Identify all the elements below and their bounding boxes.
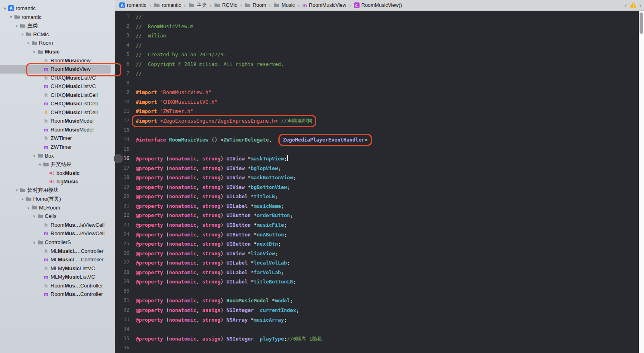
sidebar-item-roommusicview-m[interactable]: mRoomMusicView: [0, 65, 115, 74]
code-line-33[interactable]: 33@property (nonatomic, strong) NSArray …: [115, 315, 639, 325]
chevron-down-icon[interactable]: ∨: [37, 162, 43, 166]
line-number[interactable]: 7: [115, 69, 129, 78]
breadcrumb-item-rcmic[interactable]: RCMic: [214, 2, 237, 8]
line-number[interactable]: 17: [115, 164, 129, 173]
code-line-15[interactable]: 15: [115, 145, 639, 154]
chevron-down-icon[interactable]: ∨: [14, 188, 19, 192]
line-number[interactable]: 25: [115, 239, 129, 249]
line-number[interactable]: 9: [115, 88, 129, 97]
line-number[interactable]: 23: [115, 220, 129, 230]
line-number[interactable]: 16: [115, 154, 129, 164]
sidebar-item-chxqmusiclistvc-h[interactable]: hCHXQMusicListVC: [0, 73, 115, 82]
code-line-16[interactable]: 16@property (nonatomic, strong) UIView *…: [115, 154, 639, 164]
code-line-8[interactable]: 8: [115, 78, 639, 88]
code-line-34[interactable]: 34: [115, 324, 639, 334]
line-number[interactable]: 27: [115, 258, 129, 268]
line-number[interactable]: 28: [115, 268, 129, 277]
sidebar-item-chxqmusiclistvc-m[interactable]: mCHXQMusicListVC: [0, 82, 115, 91]
code-line-30[interactable]: 30: [115, 287, 639, 296]
code-line-32[interactable]: 32@property (nonatomic, assign) NSIntege…: [115, 306, 639, 315]
sidebar-item-roommusicmodel-h[interactable]: hRoomMusicModel: [0, 117, 115, 125]
line-number[interactable]: 11: [115, 107, 129, 116]
line-number[interactable]: 30: [115, 287, 129, 296]
breadcrumb-item-romantic[interactable]: Aromantic: [119, 2, 146, 8]
line-number[interactable]: 22: [115, 211, 129, 220]
line-number[interactable]: 2: [115, 22, 129, 31]
code-line-11[interactable]: 11#import "ZWTimer.h": [115, 107, 639, 116]
code-line-19[interactable]: 19@property (nonatomic, strong) UIView *…: [115, 183, 639, 192]
sidebar-item-romantic[interactable]: ∨romantic: [0, 13, 115, 22]
scrollbar-track[interactable]: [639, 11, 644, 353]
line-number[interactable]: 1: [115, 12, 129, 22]
line-number[interactable]: 18: [115, 173, 129, 183]
code-line-21[interactable]: 21@property (nonatomic, strong) UILabel …: [115, 201, 639, 211]
line-number[interactable]: 36: [115, 343, 129, 353]
chevron-down-icon[interactable]: ∨: [20, 197, 25, 201]
code-line-13[interactable]: 13: [115, 126, 639, 135]
code-line-10[interactable]: 10#import "CHXQMusicListVC.h": [115, 97, 639, 107]
sidebar-item-home-首页[interactable]: ∨Home(首页): [0, 195, 115, 203]
line-number[interactable]: 29: [115, 277, 129, 287]
code-line-27[interactable]: 27@property (nonatomic, strong) UILabel …: [115, 258, 639, 268]
sidebar-item-chxqmusiclistcell-h[interactable]: hCHXQMusicListCell: [0, 90, 115, 99]
source-editor[interactable]: 1//2// RoomMusicView.m3// miliao4//5// C…: [115, 11, 639, 353]
sidebar-item-roommus-leviewcell-h[interactable]: hRoomMus…leViewCell: [0, 221, 115, 230]
code-line-22[interactable]: 22@property (nonatomic, strong) UIButton…: [115, 211, 639, 220]
sidebar-item-mlroom[interactable]: ∨MLRoom: [0, 203, 115, 212]
breadcrumb-item-roommusicview[interactable]: CRoomMusicView(): [354, 2, 402, 8]
sidebar-item-rcmic[interactable]: ∨RCMic: [0, 30, 115, 39]
line-number[interactable]: 26: [115, 249, 129, 259]
sidebar-item-roommusicview-h[interactable]: hRoomMusicView: [0, 56, 115, 65]
sidebar-item-room[interactable]: ∨Room: [0, 39, 115, 47]
line-number[interactable]: 13: [115, 126, 129, 135]
chevron-down-icon[interactable]: ∨: [32, 154, 37, 158]
line-number[interactable]: 8: [115, 78, 129, 88]
line-number[interactable]: 21: [115, 201, 129, 211]
code-line-12[interactable]: 12#import <ZegoExpressEngine/ZegoExpress…: [115, 116, 639, 126]
sidebar-item-mlmymusiclistvc-m[interactable]: mMLMyMusicListVC: [0, 273, 115, 281]
line-number[interactable]: 35: [115, 334, 129, 344]
line-number[interactable]: 31: [115, 296, 129, 306]
chevron-down-icon[interactable]: ∨: [14, 24, 19, 28]
breadcrumb-item-主类[interactable]: 主类: [188, 2, 206, 9]
line-number[interactable]: 3: [115, 31, 129, 41]
chevron-down-icon[interactable]: ∨: [32, 240, 37, 244]
line-number[interactable]: 10: [115, 97, 129, 107]
line-number[interactable]: 20: [115, 192, 129, 201]
line-number[interactable]: 5: [115, 50, 129, 60]
code-line-3[interactable]: 3// miliao: [115, 31, 639, 41]
code-line-26[interactable]: 26@property (nonatomic, strong) UIView *…: [115, 249, 639, 259]
sidebar-item-boxmusic-audio[interactable]: boxMusic: [0, 168, 115, 177]
chevron-down-icon[interactable]: ∨: [26, 41, 31, 45]
sidebar-item-mlmymusiclistvc-h[interactable]: hMLMyMusicListVC: [0, 264, 115, 273]
sidebar-item-box[interactable]: ∨Box: [0, 151, 115, 160]
sidebar-item-zwtimer-m[interactable]: mZWTimer: [0, 143, 115, 152]
code-line-14[interactable]: 14@interface RoomMusicView () <ZWTimerDe…: [115, 135, 639, 145]
sidebar-item-controllers[interactable]: ∨ControllerS: [0, 238, 115, 247]
chevron-down-icon[interactable]: ∨: [32, 214, 37, 218]
sidebar-item-roommus-leviewcell-m[interactable]: mRoomMus…leViewCell: [0, 229, 115, 238]
back-icon[interactable]: ‹: [625, 2, 627, 9]
code-line-23[interactable]: 23@property (nonatomic, strong) UIButton…: [115, 220, 639, 230]
line-number[interactable]: 19: [115, 183, 129, 192]
breadcrumb-item-music[interactable]: Music: [274, 2, 295, 8]
code-line-18[interactable]: 18@property (nonatomic, strong) UIView *…: [115, 173, 639, 183]
code-line-28[interactable]: 28@property (nonatomic, strong) UILabel …: [115, 268, 639, 277]
chevron-down-icon[interactable]: ∨: [32, 50, 37, 54]
line-number[interactable]: 15: [115, 145, 129, 154]
sidebar-item-chxqmusiclistcell-m[interactable]: mCHXQMusicListCell: [0, 99, 115, 108]
code-line-36[interactable]: 36: [115, 343, 639, 353]
code-line-24[interactable]: 24@property (nonatomic, strong) UIButton…: [115, 230, 639, 240]
code-line-2[interactable]: 2// RoomMusicView.m: [115, 22, 639, 31]
line-number[interactable]: 34: [115, 324, 129, 334]
sidebar-item-music[interactable]: ∨Music: [0, 47, 115, 56]
code-line-35[interactable]: 35@property (nonatomic, assign) NSIntege…: [115, 334, 639, 344]
code-line-20[interactable]: 20@property (nonatomic, strong) UILabel …: [115, 192, 639, 201]
sidebar-item-bigmusic-audio[interactable]: bigMusic: [0, 177, 115, 186]
code-line-29[interactable]: 29@property (nonatomic, strong) UILabel …: [115, 277, 639, 287]
forward-icon[interactable]: ›: [639, 2, 641, 9]
code-line-7[interactable]: 7//: [115, 69, 639, 78]
sidebar-item-mlmusicl-controller-h[interactable]: hMLMusicL…Controller: [0, 246, 115, 255]
sidebar-item-cells[interactable]: ∨Cells: [0, 212, 115, 221]
code-line-1[interactable]: 1//: [115, 12, 639, 22]
